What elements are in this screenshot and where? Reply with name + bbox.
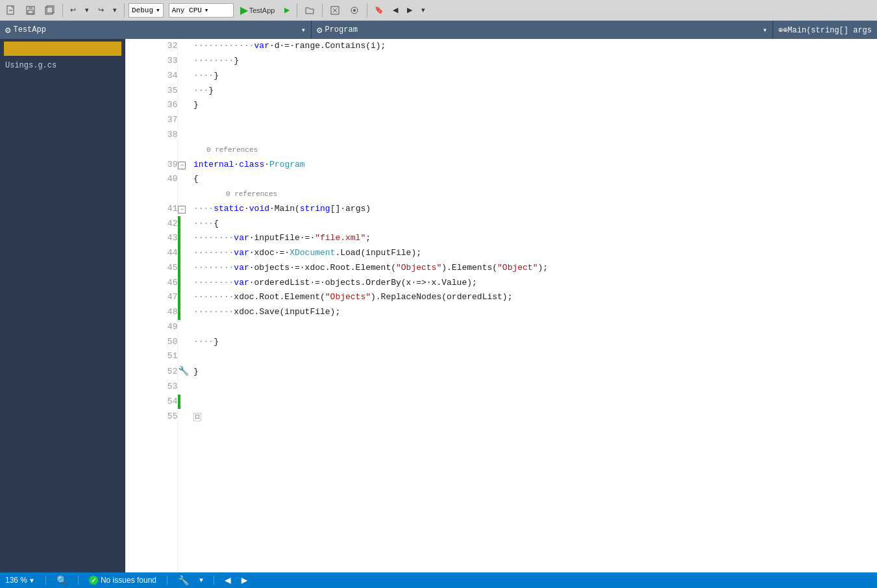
undo-button[interactable]: ↩ bbox=[67, 4, 79, 16]
nav-member-detail: ⊕ ⊕Main(string[] args bbox=[773, 21, 877, 39]
table-row: 38 bbox=[125, 128, 877, 143]
table-row: 49 bbox=[125, 320, 877, 335]
save-icon bbox=[25, 5, 36, 16]
play-icon: ▶ bbox=[240, 4, 248, 16]
sidebar: Usings.g.cs bbox=[0, 39, 125, 572]
line-gutter: 🔧 bbox=[178, 364, 193, 380]
line-number: 44 bbox=[125, 246, 178, 261]
nav-member-detail-icon: ⊕ bbox=[778, 25, 783, 35]
table-row: 54 bbox=[125, 395, 877, 410]
toolbar: ↩ ▾ ↪ ▾ Debug ▾ Any CPU ▾ ▶ TestApp ▶ 🔖 … bbox=[0, 0, 877, 21]
line-code: ············var·d·=·range.Contains(i); bbox=[193, 39, 877, 54]
collapse-icon-39[interactable]: − bbox=[178, 162, 186, 169]
table-row-ref: 0 references bbox=[125, 142, 877, 157]
svg-rect-8 bbox=[48, 6, 51, 8]
status-sep-2 bbox=[78, 576, 79, 585]
line-gutter bbox=[178, 320, 193, 335]
table-row: 45 ········var·objects·=·xdoc.Root.Eleme… bbox=[125, 260, 877, 275]
line-number: 33 bbox=[125, 54, 178, 69]
sidebar-item-usings-label: Usings.g.cs bbox=[5, 61, 56, 70]
line-code bbox=[193, 113, 877, 128]
line-code: ········var·objects·=·xdoc.Root.Element(… bbox=[193, 260, 877, 275]
line-gutter bbox=[178, 113, 193, 128]
zoom-control: 136 % ▼ bbox=[5, 576, 35, 585]
build-button[interactable] bbox=[327, 3, 343, 18]
green-bar-46 bbox=[178, 275, 180, 290]
line-number: 42 bbox=[125, 216, 178, 231]
member-selector-arrow: ▾ bbox=[763, 25, 767, 35]
line-number: 50 bbox=[125, 334, 178, 349]
save-all-button[interactable] bbox=[42, 3, 58, 18]
collapse-icon-41[interactable]: − bbox=[178, 206, 186, 214]
attach-icon bbox=[349, 5, 360, 16]
line-number bbox=[125, 424, 178, 572]
zoom-dropdown-button[interactable]: ▼ bbox=[29, 577, 35, 584]
bookmark-button[interactable]: 🔖 bbox=[371, 4, 387, 16]
table-row: 55 □ bbox=[125, 409, 877, 424]
magnifier-icon[interactable]: 🔍 bbox=[56, 575, 68, 586]
line-code bbox=[193, 128, 877, 143]
line-number: 37 bbox=[125, 113, 178, 128]
undo-dropdown[interactable]: ▾ bbox=[82, 4, 92, 16]
redo-dropdown[interactable]: ▾ bbox=[110, 4, 120, 16]
line-gutter bbox=[178, 98, 193, 113]
line-number: 45 bbox=[125, 260, 178, 275]
table-row: 43 ········var·inputFile·=·"file.xml"; bbox=[125, 231, 877, 246]
line-code bbox=[193, 349, 877, 364]
settings-wrench-icon[interactable]: 🔧 bbox=[178, 575, 189, 586]
save-all-icon bbox=[45, 5, 55, 16]
run-button[interactable]: ▶ TestApp bbox=[236, 3, 279, 18]
new-file-button[interactable] bbox=[3, 3, 19, 18]
save-button[interactable] bbox=[22, 3, 39, 18]
line-gutter bbox=[178, 69, 193, 84]
file-selector[interactable]: ⚙ TestApp ▾ bbox=[0, 21, 312, 39]
line-code: } bbox=[193, 98, 877, 113]
sidebar-item-usings[interactable]: Usings.g.cs bbox=[0, 58, 125, 73]
nav-right-icon[interactable]: ▶ bbox=[241, 574, 248, 587]
line-gutter bbox=[178, 305, 193, 320]
platform-selector[interactable]: Any CPU ▾ bbox=[169, 3, 234, 18]
line-number: 54 bbox=[125, 395, 178, 410]
line-gutter bbox=[178, 172, 193, 187]
no-issues-icon: ✓ bbox=[89, 576, 98, 585]
table-row: 51 bbox=[125, 349, 877, 364]
run-label: TestApp bbox=[249, 6, 275, 14]
line-gutter bbox=[178, 334, 193, 349]
table-row: 53 bbox=[125, 380, 877, 395]
bookmark-next[interactable]: ▶ bbox=[404, 4, 415, 16]
line-number: 43 bbox=[125, 231, 178, 246]
bookmark-menu[interactable]: ▾ bbox=[418, 4, 428, 16]
line-code: { bbox=[193, 172, 877, 187]
nav-left-icon[interactable]: ◀ bbox=[225, 574, 231, 587]
line-code bbox=[193, 380, 877, 395]
line-gutter bbox=[178, 231, 193, 246]
line-gutter: − bbox=[178, 201, 193, 216]
attach-button[interactable] bbox=[346, 3, 363, 18]
green-bar-47 bbox=[178, 290, 180, 305]
line-gutter bbox=[178, 54, 193, 69]
svg-line-1 bbox=[11, 6, 14, 8]
debug-config-selector[interactable]: Debug ▾ bbox=[129, 3, 164, 18]
editor-content: 32 ············var·d·=·range.Contains(i)… bbox=[125, 39, 877, 572]
line-gutter bbox=[178, 424, 193, 572]
line-code: ····{ bbox=[193, 216, 877, 231]
line-number: 38 bbox=[125, 128, 178, 143]
table-row: 39 − internal·class·Program bbox=[125, 157, 877, 172]
redo-button[interactable]: ↪ bbox=[95, 4, 107, 16]
line-gutter bbox=[178, 187, 193, 202]
table-row-ref: 0 references bbox=[125, 187, 877, 202]
line-number: 49 bbox=[125, 320, 178, 335]
wrench-icon-52[interactable]: 🔧 bbox=[178, 366, 189, 376]
status-sep-4 bbox=[214, 576, 214, 585]
line-gutter bbox=[178, 260, 193, 275]
member-selector[interactable]: ⚙ Program ▾ bbox=[312, 21, 773, 39]
bookmark-prev[interactable]: ◀ bbox=[389, 4, 401, 16]
open-file-button[interactable] bbox=[301, 3, 318, 18]
table-row-empty bbox=[125, 424, 877, 572]
settings-arrow[interactable]: ▼ bbox=[199, 577, 203, 584]
line-number: 39 bbox=[125, 157, 178, 172]
line-gutter bbox=[178, 395, 193, 410]
run-alt-button[interactable]: ▶ bbox=[281, 4, 293, 16]
line-number: 35 bbox=[125, 83, 178, 98]
line-code: ····static·void·Main(string[]·args) bbox=[193, 201, 877, 216]
